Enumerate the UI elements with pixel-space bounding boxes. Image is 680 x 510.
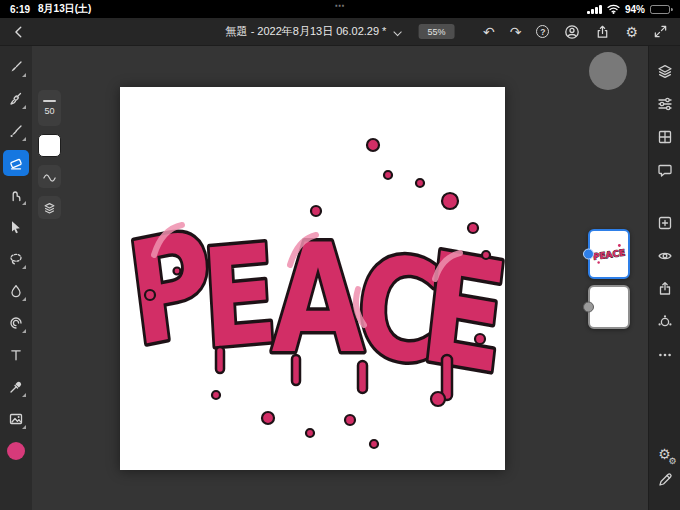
status-right: 94% [587,4,670,15]
fill-tool[interactable] [3,278,29,304]
layer-art-preview: PEACE [591,238,627,270]
adjustments-icon [657,96,673,112]
cellular-icon [587,5,602,14]
effects-button[interactable] [652,309,678,335]
wifi-icon [607,4,620,14]
document-header: 無題 - 2022年8月13日 06.02.29 * 55% [226,24,455,39]
more-options-button[interactable] [652,342,678,368]
export-button[interactable] [652,276,678,302]
export-icon [657,281,673,297]
battery-percent: 94% [625,4,645,15]
adjustments-panel-button[interactable] [652,91,678,117]
touch-shortcut-button[interactable] [589,52,627,90]
vector-brush-tool[interactable] [3,118,29,144]
back-chevron-icon [12,25,26,39]
share-button[interactable] [595,24,610,40]
visibility-eye-icon [657,248,673,264]
date: 8月13日(土) [38,2,91,16]
account-icon [564,24,580,40]
main-area: 50 P E A C [0,46,680,510]
layer-thumbnail-selected[interactable]: PEACE [588,229,630,279]
layers-panel-button[interactable] [652,58,678,84]
brush-size-value: 50 [44,106,54,116]
multitasking-indicator: ⋯ [335,0,346,11]
eraser-tool[interactable] [3,150,29,176]
drawing-canvas[interactable]: P E A C E [120,87,505,470]
settings-button[interactable]: ⚙ [625,25,638,39]
status-bar: 6:19 8月13日(土) ⋯ 94% [0,0,680,18]
back-button[interactable] [12,25,26,39]
right-task-rail: ⚙ ⚙ [648,46,680,510]
place-image-tool[interactable] [3,406,29,432]
brush-size-control[interactable]: 50 [38,90,61,126]
brush-settings-icon [42,201,57,215]
undo-button[interactable]: ↶ [483,25,495,39]
document-title[interactable]: 無題 - 2022年8月13日 06.02.29 * [226,24,387,39]
layer-thumbnails: PEACE [588,229,630,329]
layer-preview-word: PEACE [592,248,625,262]
account-button[interactable] [564,24,580,40]
current-color-swatch[interactable] [3,438,29,464]
add-layer-button[interactable] [652,210,678,236]
smoothing-button[interactable] [38,165,61,188]
redo-button[interactable]: ↷ [510,25,522,39]
layers-icon [657,63,673,79]
pencil-edit-icon [657,472,673,488]
color-puck [7,442,25,460]
liquify-tool[interactable] [3,310,29,336]
layer-badge-background[interactable] [583,302,594,313]
left-tool-rail [0,46,32,510]
add-layer-icon [657,215,673,231]
layer-badge-selected[interactable] [583,249,594,260]
text-tool[interactable] [3,342,29,368]
status-left: 6:19 8月13日(土) [10,2,91,16]
workspace: 50 P E A C [32,46,648,510]
share-icon [595,24,610,40]
grid-panel-button[interactable] [652,124,678,150]
eyedropper-tool[interactable] [3,374,29,400]
smoothing-curve-icon [42,171,57,183]
layer-thumbnail-background[interactable] [588,285,630,329]
grid-icon [657,129,673,145]
brush-settings-button[interactable] [38,196,61,219]
comments-panel-button[interactable] [652,157,678,183]
tool-options-panel: 50 [38,90,61,219]
top-toolbar: 無題 - 2022年8月13日 06.02.29 * 55% ↶ ↷ ? ⚙ [0,18,680,46]
fullscreen-icon [653,24,668,39]
live-brush-tool[interactable] [3,86,29,112]
fullscreen-button[interactable] [653,24,668,39]
chevron-down-icon[interactable] [393,28,401,36]
edit-toolbar-button[interactable] [652,467,678,493]
more-dots-icon [657,347,673,363]
battery-icon [650,5,670,14]
fresco-app: 6:19 8月13日(土) ⋯ 94% 無題 - 2022年8月13日 06.0… [0,0,680,510]
gear-small-icon: ⚙ [668,457,676,466]
color-swatch-white[interactable] [38,134,61,157]
move-tool[interactable] [3,214,29,240]
toolbar-actions: ↶ ↷ ? ⚙ [483,24,668,40]
artwork-letter: A [272,212,365,386]
clock: 6:19 [10,4,30,15]
app-settings-button[interactable]: ⚙ ⚙ [652,441,678,467]
peace-artwork: P E A C E [120,87,505,470]
comment-icon [657,162,673,178]
layer-visibility-button[interactable] [652,243,678,269]
lasso-tool[interactable] [3,246,29,272]
smudge-tool[interactable] [3,182,29,208]
zoom-level-badge[interactable]: 55% [418,24,454,39]
brush-size-preview [43,100,56,102]
artwork-letter: E [198,215,281,379]
effects-icon [657,314,673,330]
help-button[interactable]: ? [536,25,549,38]
pixel-brush-tool[interactable] [3,54,29,80]
